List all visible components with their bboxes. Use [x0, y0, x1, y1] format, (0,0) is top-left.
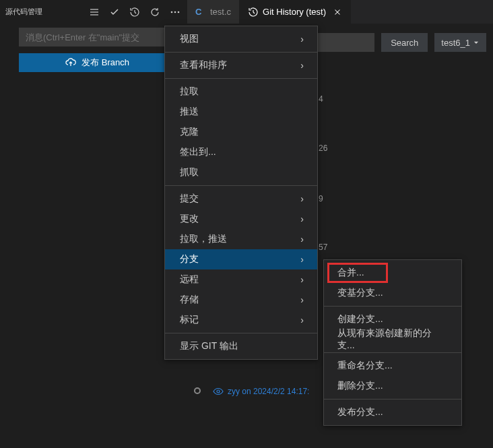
history-icon[interactable] [129, 6, 141, 18]
chevron-right-icon: › [300, 234, 304, 245]
menu-pull-push[interactable]: 拉取，推送› [165, 229, 317, 249]
submenu-delete-branch[interactable]: 删除分支... [324, 376, 461, 396]
branch-submenu: 合并... 变基分支... 创建分支... 从现有来源创建新的分支... 重命名… [323, 259, 462, 426]
menu-separator [324, 399, 461, 399]
commit-author-text: zyy on 2024/2/2 14:17: [228, 387, 309, 396]
scm-header: 源代码管理 [0, 0, 187, 24]
menu-separator [165, 333, 317, 333]
svg-line-10 [253, 12, 255, 13]
scm-header-actions [88, 6, 181, 18]
menu-separator [324, 306, 461, 307]
commit-hash-fragment: 26 [319, 143, 327, 153]
menu-separator [165, 52, 317, 53]
menu-separator [165, 78, 317, 79]
cloud-upload-icon [65, 57, 76, 68]
menu-separator [165, 185, 317, 186]
submenu-rename-branch[interactable]: 重命名分支... [324, 356, 461, 376]
chevron-down-icon [473, 39, 480, 46]
tab-label: Git History (test) [263, 7, 326, 17]
chevron-right-icon: › [300, 315, 304, 325]
svg-point-6 [174, 11, 176, 13]
branch-select-label: test6_1 [441, 38, 470, 48]
chevron-right-icon: › [300, 193, 304, 204]
menu-tag[interactable]: 标记› [165, 310, 317, 330]
menu-checkout[interactable]: 签出到... [165, 142, 317, 162]
chevron-right-icon: › [300, 254, 304, 265]
chevron-right-icon: › [300, 294, 304, 305]
more-actions-icon[interactable] [169, 6, 181, 18]
menu-clone[interactable]: 克隆 [165, 122, 317, 142]
submenu-create-branch[interactable]: 创建分支... [324, 309, 461, 329]
chevron-right-icon: › [300, 34, 304, 44]
svg-point-7 [178, 11, 180, 13]
commit-hash-fragment: 4 [319, 94, 323, 104]
tab-git-history[interactable]: Git History (test) [240, 0, 351, 24]
submenu-merge[interactable]: 合并... [324, 263, 461, 283]
close-icon[interactable] [333, 7, 342, 17]
svg-marker-13 [474, 42, 478, 44]
scm-more-menu: 视图› 查看和排序› 拉取 推送 克隆 签出到... 抓取 提交› 更改› 拉取… [164, 26, 318, 360]
chevron-right-icon: › [300, 214, 304, 224]
svg-line-4 [135, 12, 136, 13]
commit-author-line[interactable]: zyy on 2024/2/2 14:17: [213, 386, 309, 397]
history-icon [248, 7, 259, 18]
menu-push[interactable]: 推送 [165, 102, 317, 122]
commit-graph-node [194, 387, 201, 394]
menu-changes[interactable]: 更改› [165, 209, 317, 229]
menu-branch[interactable]: 分支› [165, 249, 317, 269]
view-tree-icon[interactable] [88, 6, 100, 18]
svg-point-5 [171, 11, 173, 13]
commit-message-input[interactable] [19, 28, 176, 46]
menu-stash[interactable]: 存储› [165, 290, 317, 310]
menu-view[interactable]: 视图› [165, 29, 317, 49]
svg-point-14 [217, 390, 220, 393]
chevron-right-icon: › [300, 274, 304, 285]
publish-branch-label: 发布 Branch [81, 57, 129, 69]
sidebar: 源代码管理 发布 Branch [0, 0, 187, 448]
c-file-icon: C [195, 7, 206, 18]
editor-tabs: C test.c Git History (test) [187, 0, 493, 24]
menu-remote[interactable]: 远程› [165, 269, 317, 290]
chevron-right-icon: › [300, 60, 304, 71]
menu-view-sort[interactable]: 查看和排序› [165, 55, 317, 75]
menu-show-git-output[interactable]: 显示 GIT 输出 [165, 336, 317, 356]
tab-label: test.c [210, 7, 231, 17]
scm-title: 源代码管理 [5, 7, 42, 17]
commit-icon[interactable] [108, 6, 121, 18]
publish-branch-button[interactable]: 发布 Branch [19, 53, 176, 72]
submenu-publish-branch[interactable]: 发布分支... [324, 402, 461, 422]
branch-select[interactable]: test6_1 [434, 33, 486, 52]
menu-fetch[interactable]: 抓取 [165, 162, 317, 183]
commit-hash-fragment: 9 [319, 194, 323, 203]
submenu-create-branch-from[interactable]: 从现有来源创建新的分支... [324, 329, 461, 350]
search-button[interactable]: Search [381, 33, 428, 52]
commit-hash-fragment: 57 [319, 243, 327, 252]
tab-test-c[interactable]: C test.c [187, 0, 240, 24]
menu-separator [324, 352, 461, 353]
refresh-icon[interactable] [149, 6, 161, 18]
eye-icon [213, 386, 224, 397]
menu-commit[interactable]: 提交› [165, 189, 317, 209]
submenu-rebase[interactable]: 变基分支... [324, 283, 461, 303]
menu-pull[interactable]: 拉取 [165, 82, 317, 102]
